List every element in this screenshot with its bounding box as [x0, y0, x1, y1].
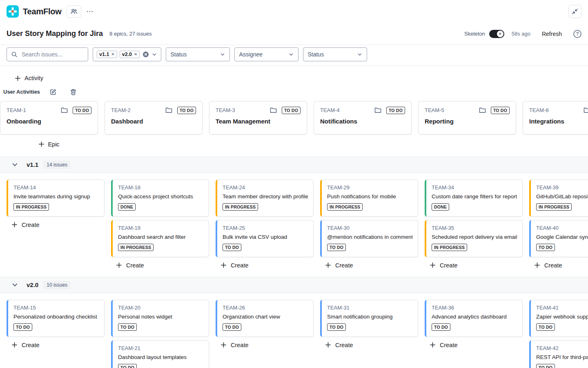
issue-key: TEAM-19: [118, 225, 203, 231]
issue-card[interactable]: TEAM-15 Personalized onboarding checklis…: [7, 300, 105, 337]
versions: v1.1 14 issues TEAM-14 Invite teammates …: [0, 157, 588, 368]
refresh-button[interactable]: Refresh: [542, 31, 562, 37]
epic-key: TEAM-5: [425, 107, 444, 113]
assignee-filter-dropdown[interactable]: Assignee: [234, 47, 298, 61]
issue-card[interactable]: TEAM-36 Advanced analytics dashboard TO …: [425, 300, 523, 337]
issue-key: TEAM-21: [118, 345, 203, 351]
chip-close-icon[interactable]: ✕: [111, 52, 114, 56]
search-box[interactable]: [7, 47, 88, 61]
create-issue-button[interactable]: Create: [11, 222, 40, 228]
create-issue-button[interactable]: Create: [534, 262, 562, 269]
status-badge: IN PROGRESS: [118, 244, 154, 251]
add-epic-button[interactable]: Epic: [35, 139, 62, 150]
epic-card[interactable]: TEAM-4 TO DO Notifications: [314, 101, 412, 135]
epic-card[interactable]: TEAM-5 TO DO Reporting: [418, 101, 516, 135]
search-input[interactable]: [21, 51, 84, 58]
version-chip[interactable]: v1.1 ✕: [97, 51, 117, 58]
chevron-down-icon: [11, 281, 18, 288]
plus-icon: [11, 342, 18, 348]
epic-card[interactable]: TEAM-6 TO DO Integrations: [523, 101, 588, 135]
delete-activity-button[interactable]: [70, 89, 76, 95]
issue-card[interactable]: TEAM-31 Smart notification grouping TO D…: [320, 300, 418, 337]
add-epic-label: Epic: [48, 141, 59, 148]
status-badge: DONE: [118, 203, 136, 211]
more-options-button[interactable]: ⋯: [86, 8, 94, 15]
edit-activity-button[interactable]: [50, 89, 56, 95]
issue-summary: REST API for third-party apps: [536, 354, 588, 361]
create-issue-button[interactable]: Create: [430, 262, 458, 269]
issue-card[interactable]: TEAM-20 Personal notes widget TO DO: [111, 300, 209, 337]
create-issue-button[interactable]: Create: [325, 262, 353, 269]
toggle-knob-icon: ✕: [497, 31, 503, 37]
board-column: TEAM-31 Smart notification grouping TO D…: [320, 300, 418, 352]
board-column: TEAM-26 Organization chart view TO DO Cr…: [216, 300, 314, 352]
version-issue-count: 14 issues: [43, 161, 71, 169]
issue-card[interactable]: TEAM-24 Team member directory with profi…: [216, 180, 314, 217]
create-issue-button[interactable]: Create: [116, 262, 144, 269]
epics-row: TEAM-1 TO DO Onboarding TEAM-2: [0, 101, 588, 135]
status-badge: TO DO: [432, 323, 450, 331]
epic-card[interactable]: TEAM-3 TO DO Team Management: [209, 101, 307, 135]
collapse-version-button[interactable]: [11, 281, 18, 288]
version-name: v2.0: [27, 281, 38, 288]
create-issue-button[interactable]: Create: [220, 262, 249, 269]
chevron-down-icon: [151, 52, 157, 57]
issue-card[interactable]: TEAM-19 Dashboard search and filter IN P…: [111, 220, 209, 257]
plus-icon: [220, 342, 227, 348]
create-issue-button[interactable]: Create: [325, 342, 353, 348]
search-icon: [11, 51, 18, 58]
status-filter-dropdown-2[interactable]: Status: [303, 47, 367, 61]
team-members-button[interactable]: [67, 5, 81, 18]
help-button[interactable]: ?: [573, 30, 581, 38]
version-header: v1.1 14 issues: [0, 157, 588, 173]
folder-icon: [479, 107, 486, 113]
create-issue-button[interactable]: Create: [430, 342, 458, 348]
collapse-icon: [572, 8, 578, 15]
issue-card[interactable]: TEAM-14 Invite teammates during signup I…: [7, 180, 105, 217]
issue-key: TEAM-42: [536, 345, 588, 351]
issue-card[interactable]: TEAM-34 Custom date range filters for re…: [425, 180, 523, 217]
issue-card[interactable]: TEAM-35 Scheduled report delivery via em…: [425, 220, 523, 257]
issue-card[interactable]: TEAM-18 Quick-access project shortcuts D…: [111, 180, 209, 217]
version-section: v1.1 14 issues TEAM-14 Invite teammates …: [0, 157, 588, 277]
epic-key: TEAM-4: [320, 107, 340, 113]
chip-close-icon[interactable]: ✕: [134, 52, 137, 56]
issue-card[interactable]: TEAM-41 Zapier webhook support TO DO: [529, 300, 588, 337]
issue-card[interactable]: TEAM-21 Dashboard layout templates TO DO: [111, 340, 209, 368]
plus-icon: [116, 262, 122, 268]
collapse-version-button[interactable]: [11, 161, 18, 168]
status-badge: TO DO: [536, 364, 555, 368]
issue-key: TEAM-26: [223, 305, 308, 311]
clear-filter-icon[interactable]: [143, 51, 149, 58]
issue-card[interactable]: TEAM-30 @mention notifications in commen…: [320, 220, 418, 257]
skeleton-toggle[interactable]: ✕: [489, 30, 504, 38]
epic-title: Reporting: [425, 118, 510, 125]
issue-summary: Push notifications for mobile: [327, 193, 412, 200]
version-chip[interactable]: v2.0 ✕: [120, 51, 140, 58]
epic-card[interactable]: TEAM-1 TO DO Onboarding: [0, 101, 98, 135]
issue-card[interactable]: TEAM-40 Google Calendar sync TO DO: [529, 220, 588, 257]
issue-card[interactable]: TEAM-25 Bulk invite via CSV upload TO DO: [216, 220, 314, 257]
add-activity-button[interactable]: Activity: [15, 75, 43, 81]
column-stack: TEAM-15 Personalized onboarding checklis…: [7, 300, 105, 337]
status-badge: TO DO: [118, 364, 137, 368]
version-filter[interactable]: v1.1 ✕ v2.0 ✕: [93, 47, 161, 61]
epic-card[interactable]: TEAM-2 TO DO Dashboard: [105, 101, 203, 135]
status-filter-dropdown[interactable]: Status: [166, 47, 230, 61]
column-stack: TEAM-31 Smart notification grouping TO D…: [320, 300, 418, 337]
chevron-down-icon: [288, 52, 294, 57]
create-issue-button[interactable]: Create: [11, 342, 40, 348]
status-badge: TO DO: [118, 323, 137, 331]
issue-card[interactable]: TEAM-39 GitHub/GitLab repository linking…: [529, 180, 588, 217]
issue-summary: Custom date range filters for reports: [432, 193, 517, 200]
issue-card[interactable]: TEAM-42 REST API for third-party apps TO…: [529, 340, 588, 368]
status-badge: TO DO: [13, 323, 32, 331]
create-issue-button[interactable]: Create: [220, 342, 249, 348]
issue-card[interactable]: TEAM-29 Push notifications for mobile IN…: [320, 180, 418, 217]
issue-card[interactable]: TEAM-26 Organization chart view TO DO: [216, 300, 314, 337]
version-header: v2.0 10 issues: [0, 277, 588, 293]
collapse-window-button[interactable]: [568, 5, 581, 18]
page-subtitle: 8 epics, 27 issues: [109, 31, 151, 37]
skeleton-toggle-label: Skeleton: [464, 31, 485, 37]
status-badge: TO DO: [536, 323, 555, 331]
